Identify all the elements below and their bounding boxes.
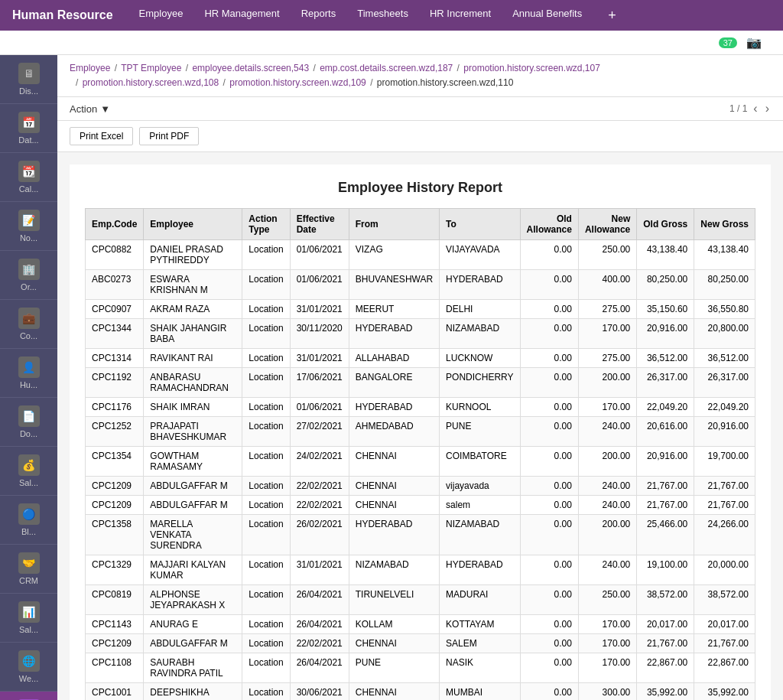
table-cell: 43,138.40 (694, 240, 755, 270)
table-cell: CPC1358 (86, 515, 144, 555)
sidebar-item-dis[interactable]: 🖥 Dis... (0, 55, 57, 104)
table-cell: 21,767.00 (694, 634, 755, 653)
table-cell: SHAIK JAHANGIR BABA (144, 319, 242, 349)
sidebar-icon-we: 🌐 (18, 650, 40, 672)
content-area: Employee / TPT Employee / employee.detai… (57, 55, 783, 700)
table-cell: CPC0907 (86, 300, 144, 319)
table-cell: Location (242, 683, 290, 700)
table-cell: 0.00 (520, 477, 578, 496)
sidebar-item-dat[interactable]: 📅 Dat... (0, 104, 57, 153)
print-excel-button[interactable]: Print Excel (70, 127, 133, 145)
print-pdf-button[interactable]: Print PDF (139, 127, 199, 145)
table-cell: PRAJAPATI BHAVESHKUMAR (144, 417, 242, 447)
table-cell: 0.00 (520, 300, 578, 319)
table-cell: Location (242, 349, 290, 368)
table-cell: Location (242, 447, 290, 477)
col-effective-date: EffectiveDate (290, 209, 349, 240)
sidebar-item-or[interactable]: 🏢 Or... (0, 251, 57, 300)
sidebar-label-co: Co... (20, 331, 37, 340)
sidebar-item-co[interactable]: 💼 Co... (0, 300, 57, 349)
table-cell: BHUVANESHWAR (349, 270, 439, 300)
breadcrumb-employee[interactable]: Employee (70, 63, 110, 73)
table-cell: CHENNAI (349, 496, 439, 515)
sidebar-item-cal[interactable]: 📆 Cal... (0, 153, 57, 202)
sidebar-item-crm[interactable]: 🤝 CRM (0, 545, 57, 594)
table-row: CPC0819ALPHONSE JEYAPRAKASH XLocation26/… (86, 585, 755, 615)
sidebar-item-hu[interactable]: 👤 Hu... (0, 349, 57, 398)
table-cell: 80,250.00 (694, 270, 755, 300)
table-cell: 26,317.00 (694, 368, 755, 398)
table-cell: Location (242, 417, 290, 447)
breadcrumb: Employee / TPT Employee / employee.detai… (70, 61, 771, 90)
table-cell: 31/01/2021 (290, 300, 349, 319)
table-cell: ESWARA KRISHNAN M (144, 270, 242, 300)
table-cell: PONDICHERRY (440, 368, 520, 398)
table-cell: DEEPSHIKHA (144, 683, 242, 700)
sidebar-item-do[interactable]: 📄 Do... (0, 398, 57, 447)
table-cell: 17/06/2021 (290, 368, 349, 398)
table-cell: ALPHONSE JEYAPRAKASH X (144, 585, 242, 615)
table-cell: RAVIKANT RAI (144, 349, 242, 368)
table-cell: ANURAG E (144, 615, 242, 634)
table-cell: 01/06/2021 (290, 398, 349, 417)
sidebar-icon-crm: 🤝 (18, 552, 40, 574)
sidebar-label-cal: Cal... (19, 184, 39, 194)
table-cell: Location (242, 515, 290, 555)
action-label: Action (70, 103, 97, 115)
pagination-prev-button[interactable]: ‹ (752, 102, 759, 116)
table-cell: CPC1209 (86, 496, 144, 515)
table-cell: DELHI (440, 300, 520, 319)
table-cell: 0.00 (520, 349, 578, 368)
nav-reports[interactable]: Reports (298, 8, 340, 24)
nav-annual-benefits[interactable]: Annual Benefits (509, 8, 585, 24)
breadcrumb-emp-cost[interactable]: emp.cost.details.screen.wzd,187 (320, 63, 453, 73)
breadcrumb-tpt[interactable]: TPT Employee (121, 63, 181, 73)
table-cell: AHMEDABAD (349, 417, 439, 447)
breadcrumb-promo109[interactable]: promotion.history.screen.wzd,109 (229, 77, 366, 88)
table-cell: 170.00 (578, 653, 636, 683)
sidebar-item-em[interactable]: 👥 Em... (0, 692, 57, 700)
table-cell: 170.00 (578, 615, 636, 634)
table-cell: 170.00 (578, 398, 636, 417)
breadcrumb-promo107[interactable]: promotion.history.screen.wzd,107 (463, 63, 600, 73)
table-cell: NIZAMABAD (349, 555, 439, 585)
table-cell: 0.00 (520, 615, 578, 634)
report-container: Employee History Report Emp.Code Employe… (70, 164, 771, 700)
table-cell: 200.00 (578, 447, 636, 477)
table-row: CPC0907AKRAM RAZALocation31/01/2021MEERU… (86, 300, 755, 319)
table-cell: CHENNAI (349, 634, 439, 653)
report-title: Employee History Report (85, 180, 755, 196)
table-cell: NIZAMABAD (440, 319, 520, 349)
table-cell: MAJJARI KALYAN KUMAR (144, 555, 242, 585)
nav-hr-increment[interactable]: HR Increment (427, 8, 494, 24)
table-cell: 80,250.00 (637, 270, 694, 300)
table-cell: 19,100.00 (637, 555, 694, 585)
table-cell: 0.00 (520, 634, 578, 653)
sidebar-item-no[interactable]: 📝 No... (0, 202, 57, 251)
sidebar-icon-no: 📝 (18, 210, 40, 231)
nav-add-icon[interactable]: + (608, 8, 616, 24)
table-cell: CPC1209 (86, 634, 144, 653)
sidebar-item-bl[interactable]: 🔵 Bl... (0, 496, 57, 545)
sidebar-label-do: Do... (20, 429, 37, 438)
table-cell: CPC1192 (86, 368, 144, 398)
pagination-next-button[interactable]: › (764, 102, 771, 116)
sidebar-label-dat: Dat... (18, 135, 38, 145)
sidebar-item-we[interactable]: 🌐 We... (0, 643, 57, 692)
table-cell: 22,867.00 (694, 653, 755, 683)
table-cell: 36,512.00 (694, 349, 755, 368)
sidebar-item-sal1[interactable]: 💰 Sal... (0, 447, 57, 496)
sidebar-item-sal2[interactable]: 📊 Sal... (0, 594, 57, 643)
dropdown-arrow-icon: ▼ (100, 103, 110, 115)
table-cell: 22,049.20 (694, 398, 755, 417)
nav-employee[interactable]: Employee (136, 8, 187, 24)
breadcrumb-emp-details[interactable]: employee.details.screen,543 (192, 63, 309, 73)
breadcrumb-promo108[interactable]: promotion.history.screen.wzd,108 (83, 77, 219, 88)
notification-badge[interactable]: 37 (719, 37, 737, 48)
table-cell: HYDERABAD (349, 319, 439, 349)
action-dropdown[interactable]: Action ▼ (70, 103, 110, 115)
col-new-allowance: NewAllowance (578, 209, 636, 240)
nav-timesheets[interactable]: Timesheets (354, 8, 411, 24)
nav-hr-management[interactable]: HR Management (201, 8, 282, 24)
col-old-allowance: OldAllowance (520, 209, 578, 240)
